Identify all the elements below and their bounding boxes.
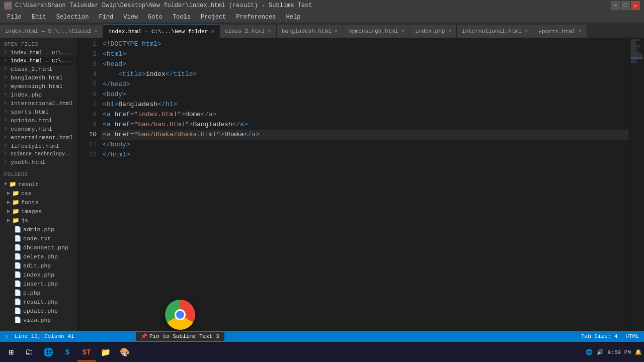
- sidebar-file-0[interactable]: × index.html — D:\...\Class2: [0, 49, 77, 57]
- tab-1[interactable]: index.html — C:\...\New folder ×: [103, 25, 220, 38]
- tab-0[interactable]: index.html — D:\...\Class2 ×: [0, 25, 103, 38]
- file-update-php[interactable]: 📄 update.php: [0, 306, 77, 315]
- file-close-icon-0[interactable]: ×: [4, 50, 7, 56]
- tab-4[interactable]: mymensingh.html ×: [343, 25, 410, 38]
- menu-project[interactable]: Project: [196, 11, 231, 23]
- window-controls: ─ □ ✕: [611, 1, 640, 10]
- chrome-tooltip-text: Pin to Sublime Text 3: [149, 333, 219, 339]
- file-p-php[interactable]: 📄 p.php: [0, 288, 77, 297]
- folder-result[interactable]: ▼ 📁 result: [0, 179, 77, 189]
- taskbar-item-sublime[interactable]: ST: [77, 343, 96, 361]
- sidebar-file-9-name: economy.html: [11, 126, 52, 132]
- file-dbconnect-php[interactable]: 📄 dbConnect.php: [0, 243, 77, 252]
- menu-goto[interactable]: Goto: [143, 11, 168, 23]
- sidebar-file-10[interactable]: × entertainment.html: [0, 133, 77, 142]
- file-delete-php[interactable]: 📄 delete.php: [0, 252, 77, 261]
- chrome-icon[interactable]: [165, 300, 195, 330]
- folder-css[interactable]: ▶ 📁 css: [0, 189, 77, 198]
- folder-images[interactable]: ▶ 📁 images: [0, 207, 77, 216]
- code-line-12: </html>: [101, 150, 629, 160]
- close-button[interactable]: ✕: [631, 1, 640, 10]
- file-view-name: view.php: [23, 317, 51, 323]
- notification-icon[interactable]: 🔔: [635, 349, 642, 355]
- file-close-icon-8[interactable]: ×: [4, 118, 7, 123]
- tab-7[interactable]: ▸ports.html ×: [533, 25, 587, 38]
- menu-file[interactable]: File: [2, 11, 27, 23]
- status-tab-size: Tab Size: 4: [581, 333, 618, 339]
- file-close-icon-10[interactable]: ×: [4, 135, 7, 140]
- file-update-name: update.php: [23, 308, 58, 314]
- tab-2-close[interactable]: ×: [268, 28, 271, 34]
- sidebar-file-1-name: index.html — C:\...\New f...: [11, 58, 73, 64]
- file-code-txt[interactable]: 📄 code.txt: [0, 234, 77, 243]
- file-close-icon-2[interactable]: ×: [4, 66, 7, 72]
- file-icon-dbconnect: 📄: [14, 244, 21, 251]
- taskbar-item-paint[interactable]: 🎨: [116, 343, 134, 361]
- file-close-icon-7[interactable]: ×: [4, 109, 7, 115]
- file-edit-php[interactable]: 📄 edit.php: [0, 261, 77, 270]
- menu-tools[interactable]: Tools: [168, 11, 196, 23]
- sidebar-file-6[interactable]: × international.html: [0, 99, 77, 108]
- file-close-icon-5[interactable]: ×: [4, 92, 7, 98]
- menu-edit[interactable]: Edit: [27, 11, 51, 23]
- folder-js[interactable]: ▶ 📁 js: [0, 216, 77, 225]
- menu-selection[interactable]: Selection: [51, 11, 94, 23]
- sidebar-file-12[interactable]: × science-technology.html: [0, 150, 77, 158]
- taskbar-items: 🗂 🌐 S ST 📁 🎨 📌 Pin to Sublime Text 3: [20, 343, 586, 361]
- tab-6-close[interactable]: ×: [525, 28, 528, 34]
- code-line-1: <!DOCTYPE html>: [101, 39, 629, 49]
- menu-view[interactable]: View: [118, 11, 143, 23]
- menu-help[interactable]: Help: [281, 11, 306, 23]
- file-close-icon-3[interactable]: ×: [4, 75, 7, 80]
- sidebar-file-3[interactable]: × bangladesh.html: [0, 73, 77, 82]
- file-close-icon-1[interactable]: ×: [4, 58, 7, 64]
- taskbar-item-files[interactable]: 🗂: [20, 343, 38, 361]
- file-index-php[interactable]: 📄 index.php: [0, 270, 77, 279]
- sidebar-file-7[interactable]: × sports.html: [0, 108, 77, 116]
- folder-result-arrow: ▼: [4, 182, 7, 187]
- file-close-icon-6[interactable]: ×: [4, 101, 7, 106]
- minimize-button[interactable]: ─: [611, 1, 620, 10]
- file-view-php[interactable]: 📄 view.php: [0, 315, 77, 324]
- start-button[interactable]: ⊞: [2, 343, 20, 361]
- menu-find[interactable]: Find: [94, 11, 118, 23]
- sidebar-file-11[interactable]: × lifestyle.html: [0, 142, 77, 150]
- file-close-icon-9[interactable]: ×: [4, 126, 7, 132]
- sidebar-file-5[interactable]: × index.php: [0, 90, 77, 99]
- tab-5-close[interactable]: ×: [448, 28, 451, 34]
- tab-0-close[interactable]: ×: [95, 28, 98, 34]
- file-close-icon-11[interactable]: ×: [4, 143, 7, 149]
- sidebar-file-4[interactable]: × mymensingh.html: [0, 82, 77, 90]
- tab-7-close[interactable]: ×: [578, 28, 582, 34]
- tab-7-label: ▸ports.html: [538, 28, 575, 35]
- code-editor[interactable]: 1 2 3 4 5 6 7 8 9 10 11 12 <!DOCTYPE htm…: [78, 38, 644, 331]
- line-num-7: 7: [78, 100, 97, 110]
- file-insert-php[interactable]: 📄 insert.php: [0, 279, 77, 288]
- file-admin-php[interactable]: 📄 admin.php: [0, 225, 77, 234]
- code-content[interactable]: <!DOCTYPE html> <html> <head> <title>ind…: [101, 38, 629, 331]
- tab-2[interactable]: class_2.html ×: [220, 25, 277, 38]
- status-encoding: HTML: [626, 333, 639, 339]
- sidebar-file-2[interactable]: × class_2.html: [0, 65, 77, 73]
- file-close-icon-4[interactable]: ×: [4, 83, 7, 89]
- tab-4-close[interactable]: ×: [401, 28, 405, 34]
- taskbar-item-skype[interactable]: S: [58, 343, 76, 361]
- line-num-2: 2: [78, 49, 97, 59]
- menu-preferences[interactable]: Preferences: [231, 11, 281, 23]
- sidebar-file-13[interactable]: × youth.html: [0, 158, 77, 166]
- file-result-php[interactable]: 📄 result.php: [0, 297, 77, 306]
- tab-3-close[interactable]: ×: [335, 28, 338, 34]
- file-close-icon-13[interactable]: ×: [4, 159, 7, 165]
- tab-3[interactable]: bangladesh.html ×: [277, 25, 344, 38]
- sidebar-file-9[interactable]: × economy.html: [0, 125, 77, 133]
- tab-1-close[interactable]: ×: [211, 29, 214, 35]
- tab-6[interactable]: international.html ×: [457, 25, 533, 38]
- taskbar-item-browser[interactable]: 🌐: [39, 343, 57, 361]
- tab-5[interactable]: index.php ×: [410, 25, 457, 38]
- sidebar-file-1[interactable]: × index.html — C:\...\New f...: [0, 57, 77, 65]
- sidebar-file-8[interactable]: × opinion.html: [0, 116, 77, 125]
- folder-fonts[interactable]: ▶ 📁 fonts: [0, 198, 77, 207]
- taskbar-item-folder[interactable]: 📁: [97, 343, 115, 361]
- file-close-icon-12[interactable]: ×: [4, 151, 7, 157]
- maximize-button[interactable]: □: [621, 1, 630, 10]
